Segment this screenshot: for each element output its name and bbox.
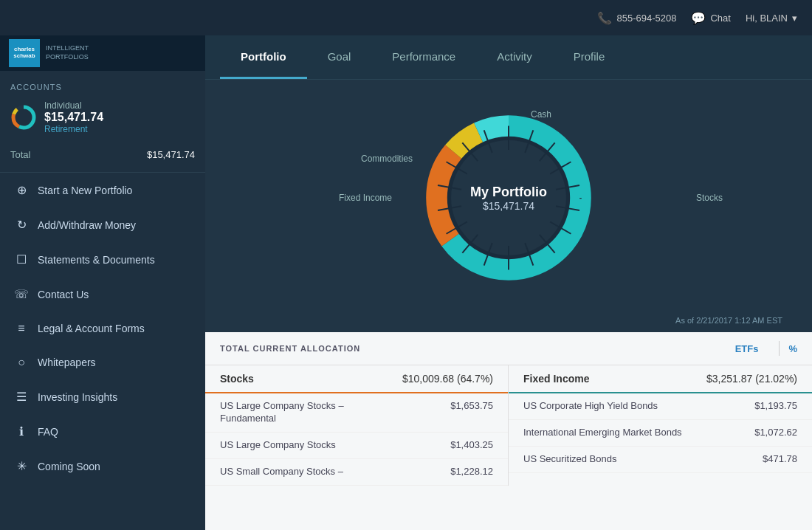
main-layout: charlesschwab INTELLIGENTPORTFOLIOS ACCO… bbox=[0, 35, 812, 530]
row-name: US Small Company Stocks – bbox=[220, 466, 343, 478]
forms-icon: ≡ bbox=[14, 322, 29, 335]
sidebar-item-add-withdraw[interactable]: ↻ Add/Withdraw Money bbox=[0, 207, 205, 242]
sidebar-item-label: Statements & Documents bbox=[38, 254, 155, 266]
total-value: $15,471.74 bbox=[147, 149, 195, 160]
toggle-etf-button[interactable]: ETFs bbox=[735, 343, 759, 354]
tab-activity[interactable]: Activity bbox=[476, 35, 553, 79]
row-name: US Large Company Stocks bbox=[220, 439, 336, 452]
sidebar-item-contact[interactable]: ☏ Contact Us bbox=[0, 277, 205, 312]
total-row: Total $15,471.74 bbox=[10, 143, 195, 160]
sidebar: charlesschwab INTELLIGENTPORTFOLIOS ACCO… bbox=[0, 35, 205, 530]
sidebar-item-label: Whitepapers bbox=[38, 357, 96, 368]
sidebar-nav: ⊕ Start a New Portfolio ↻ Add/Withdraw M… bbox=[0, 173, 205, 530]
allocation-title: TOTAL CURRENT ALLOCATION bbox=[220, 344, 735, 353]
table-row: US Large Company Stocks $1,403.25 bbox=[205, 433, 508, 459]
sidebar-item-faq[interactable]: ℹ FAQ bbox=[0, 414, 205, 449]
circle-icon: ○ bbox=[14, 356, 29, 369]
chat-button[interactable]: 💬 Chat bbox=[691, 11, 730, 25]
account-item[interactable]: Individual $15,471.74 Retirement bbox=[10, 100, 195, 134]
fixed-income-label: Fixed Income bbox=[339, 193, 392, 203]
portfolio-area: Cash Commodities Fixed Income Stocks bbox=[205, 80, 812, 530]
fixed-income-col-name: Fixed Income bbox=[523, 373, 589, 385]
main-content: Portfolio Goal Performance Activity Prof… bbox=[205, 35, 812, 530]
chat-icon: 💬 bbox=[691, 11, 706, 25]
user-greeting: Hi, BLAIN bbox=[746, 13, 788, 24]
row-name: US Corporate High Yield Bonds bbox=[523, 400, 658, 413]
sidebar-item-coming-soon[interactable]: ✳ Coming Soon bbox=[0, 449, 205, 483]
chat-label: Chat bbox=[710, 13, 730, 24]
portfolio-donut: My Portfolio $15,471.74 bbox=[413, 102, 605, 294]
tab-bar: Portfolio Goal Performance Activity Prof… bbox=[205, 35, 812, 80]
document-icon: ☐ bbox=[14, 252, 29, 266]
sidebar-item-label: Legal & Account Forms bbox=[38, 323, 145, 334]
user-menu[interactable]: Hi, BLAIN ▾ bbox=[746, 13, 797, 24]
row-value: $1,653.75 bbox=[450, 400, 493, 425]
logo-area: charlesschwab INTELLIGENTPORTFOLIOS bbox=[0, 35, 205, 71]
account-sub: Retirement bbox=[44, 124, 103, 134]
sidebar-item-label: FAQ bbox=[38, 426, 58, 438]
donut-center-label: My Portfolio $15,471.74 bbox=[470, 185, 547, 212]
row-value: $1,193.75 bbox=[754, 400, 797, 413]
sidebar-item-new-portfolio[interactable]: ⊕ Start a New Portfolio bbox=[0, 173, 205, 207]
allocation-columns: Stocks $10,009.68 (64.7%) US Large Compa… bbox=[205, 365, 812, 486]
timestamp: As of 2/21/2017 1:12 AM EST bbox=[205, 316, 812, 332]
sidebar-item-label: Add/Withdraw Money bbox=[38, 219, 136, 231]
sidebar-item-whitepapers[interactable]: ○ Whitepapers bbox=[0, 345, 205, 379]
row-name: US Securitized Bonds bbox=[523, 453, 616, 466]
tab-portfolio[interactable]: Portfolio bbox=[220, 35, 307, 79]
table-row: US Securitized Bonds $471.78 bbox=[509, 447, 812, 473]
account-info: Individual $15,471.74 Retirement bbox=[44, 100, 103, 134]
tab-profile[interactable]: Profile bbox=[553, 35, 626, 79]
row-value: $1,228.12 bbox=[450, 466, 493, 478]
table-row: US Large Company Stocks – Fundamental $1… bbox=[205, 393, 508, 433]
sidebar-item-label: Contact Us bbox=[38, 289, 89, 300]
sidebar-item-insights[interactable]: ☰ Investing Insights bbox=[0, 379, 205, 414]
account-section: ACCOUNTS Individual $15,471.74 Retiremen… bbox=[0, 71, 205, 173]
stocks-label: Stocks bbox=[696, 193, 723, 203]
sidebar-item-label: Start a New Portfolio bbox=[38, 185, 132, 196]
fixed-income-col-header: Fixed Income $3,251.87 (21.02%) bbox=[509, 365, 812, 393]
allocation-section: TOTAL CURRENT ALLOCATION ETFs % Stocks $… bbox=[205, 332, 812, 530]
sidebar-item-legal[interactable]: ≡ Legal & Account Forms bbox=[0, 312, 205, 345]
phone-number: 855-694-5208 bbox=[616, 13, 676, 24]
sidebar-item-statements[interactable]: ☐ Statements & Documents bbox=[0, 242, 205, 277]
tab-goal[interactable]: Goal bbox=[307, 35, 372, 79]
chart-section: Cash Commodities Fixed Income Stocks bbox=[205, 80, 812, 316]
total-label: Total bbox=[10, 149, 30, 160]
tab-performance[interactable]: Performance bbox=[371, 35, 476, 79]
row-value: $471.78 bbox=[763, 453, 797, 466]
row-value: $1,403.25 bbox=[450, 439, 493, 452]
stocks-col-value: $10,009.68 (64.7%) bbox=[402, 373, 493, 385]
allocation-header: TOTAL CURRENT ALLOCATION ETFs % bbox=[205, 332, 812, 365]
portfolio-name: My Portfolio bbox=[470, 185, 547, 200]
row-value: $1,072.62 bbox=[754, 427, 797, 439]
logo-line1: charlesschwab bbox=[13, 47, 35, 60]
transfer-icon: ↻ bbox=[14, 218, 29, 232]
insights-icon: ☰ bbox=[14, 390, 29, 404]
table-row: US Corporate High Yield Bonds $1,193.75 bbox=[509, 393, 812, 420]
accounts-label: ACCOUNTS bbox=[10, 83, 195, 92]
table-row: US Small Company Stocks – $1,228.12 bbox=[205, 459, 508, 486]
table-row: International Emerging Market Bonds $1,0… bbox=[509, 420, 812, 447]
star-icon: ✳ bbox=[14, 459, 29, 473]
phone-icon: 📞 bbox=[597, 11, 612, 25]
row-name: International Emerging Market Bonds bbox=[523, 427, 682, 439]
phone-contact[interactable]: 📞 855-694-5208 bbox=[597, 11, 676, 25]
divider bbox=[779, 341, 780, 356]
account-value: $15,471.74 bbox=[44, 111, 103, 124]
account-type: Individual bbox=[44, 100, 103, 111]
plus-circle-icon: ⊕ bbox=[14, 183, 29, 197]
phone-icon: ☏ bbox=[14, 287, 29, 301]
row-name: US Large Company Stocks – Fundamental bbox=[220, 400, 398, 425]
logo-box: charlesschwab bbox=[9, 39, 40, 67]
logo-subtext: INTELLIGENTPORTFOLIOS bbox=[46, 44, 89, 61]
stocks-col-name: Stocks bbox=[220, 373, 254, 385]
stocks-col-header: Stocks $10,009.68 (64.7%) bbox=[205, 365, 508, 393]
chevron-down-icon: ▾ bbox=[792, 13, 797, 24]
stocks-column: Stocks $10,009.68 (64.7%) US Large Compa… bbox=[205, 365, 509, 486]
fixed-income-col-value: $3,251.87 (21.02%) bbox=[706, 373, 797, 385]
portfolio-value: $15,471.74 bbox=[470, 200, 547, 212]
toggle-pct-button[interactable]: % bbox=[788, 343, 797, 354]
account-donut-icon bbox=[10, 104, 37, 131]
commodities-label: Commodities bbox=[361, 154, 413, 164]
